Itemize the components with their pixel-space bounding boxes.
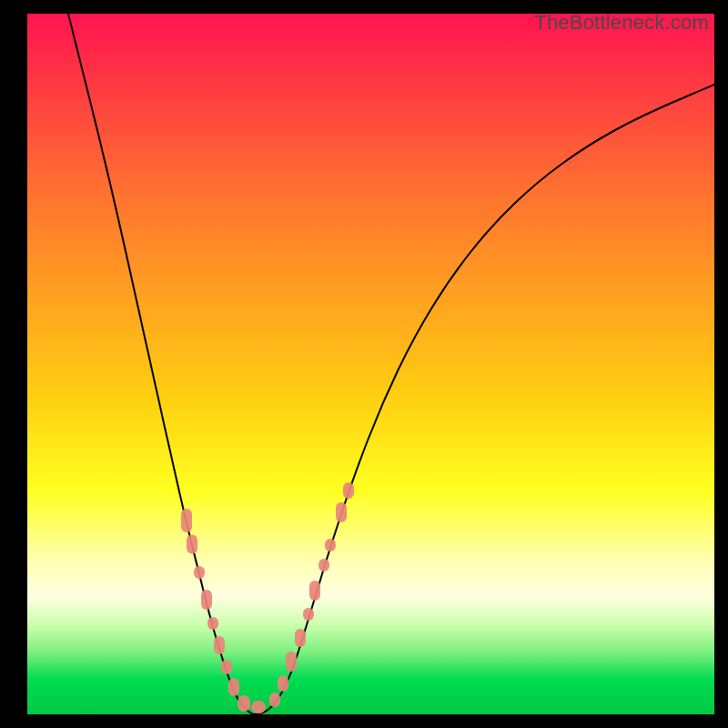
beads-group xyxy=(181,482,354,713)
data-bead xyxy=(228,678,239,696)
data-bead xyxy=(278,675,288,692)
data-bead xyxy=(303,608,314,621)
data-bead xyxy=(238,695,250,712)
data-bead xyxy=(221,660,232,674)
chart-plot-area: TheBottleneck.com xyxy=(27,14,714,714)
data-bead xyxy=(201,590,212,610)
data-bead xyxy=(194,566,205,579)
data-bead xyxy=(187,535,197,554)
data-bead xyxy=(336,502,347,522)
data-bead xyxy=(343,482,354,499)
curve-svg xyxy=(27,14,714,714)
watermark-text: TheBottleneck.com xyxy=(534,11,709,35)
data-bead xyxy=(214,636,225,654)
data-bead xyxy=(207,617,218,630)
data-bead xyxy=(325,539,336,551)
data-bead xyxy=(181,509,192,532)
data-bead xyxy=(318,559,329,571)
data-bead xyxy=(269,693,280,707)
data-bead xyxy=(295,629,306,647)
data-bead xyxy=(286,652,297,672)
left-branch-curve xyxy=(68,14,253,714)
data-bead xyxy=(251,701,266,713)
data-bead xyxy=(309,581,320,601)
right-branch-curve xyxy=(253,85,714,714)
